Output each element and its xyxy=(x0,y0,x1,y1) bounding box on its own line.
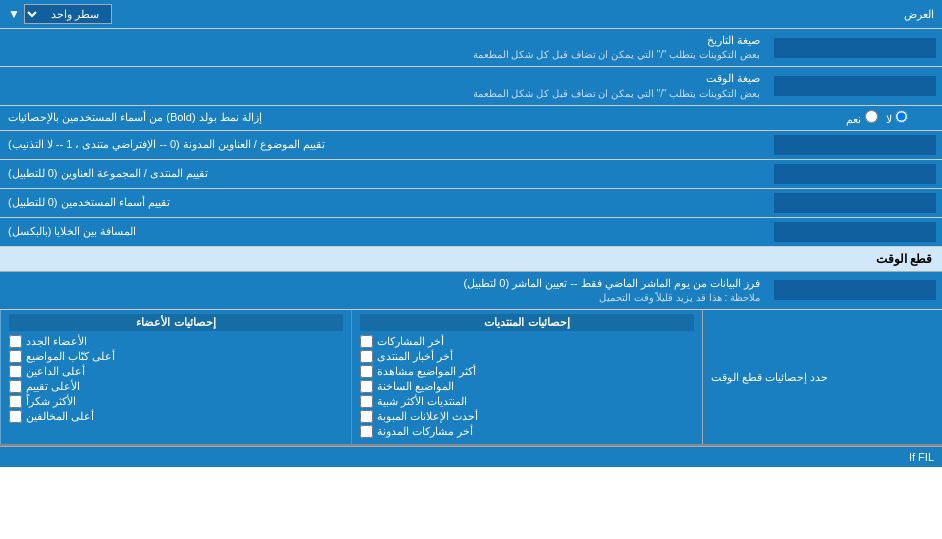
dropdown-arrow-icon: ▼ xyxy=(8,7,20,21)
bottom-note: If FIL xyxy=(0,446,942,467)
user-sort-input-cell: 0 xyxy=(768,189,942,217)
date-format-input-cell: d-m xyxy=(768,29,942,66)
check-item-most-similar: المنتديات الأكثر شبية xyxy=(360,395,694,408)
topic-sort-input[interactable]: 33 xyxy=(774,135,936,155)
cell-spacing-input[interactable]: 2 xyxy=(774,222,936,242)
checkbox-forum-news[interactable] xyxy=(360,350,373,363)
checkbox-top-violators[interactable] xyxy=(9,410,22,423)
bold-remove-label: إزالة نمط بولد (Bold) من أسماء المستخدمي… xyxy=(0,106,812,130)
time-format-input[interactable]: H:i xyxy=(774,76,936,96)
date-format-label: صيغة التاريخ بعض التكوينات يتطلب "/" الت… xyxy=(0,29,768,66)
check-item-shares: أخر المشاركات xyxy=(360,335,694,348)
checkbox-new-members[interactable] xyxy=(9,335,22,348)
forum-stats-header: إحصائيات المنتديات xyxy=(360,314,694,331)
radio-yes-label: نعم xyxy=(846,110,877,126)
checkbox-most-thanked[interactable] xyxy=(9,395,22,408)
check-item-top-inviters: أعلى الداعين xyxy=(9,365,343,378)
forum-sort-label: تقييم المنتدى / المجموعة العناوين (0 للت… xyxy=(0,160,768,188)
cell-spacing-row: 2 المسافة بين الخلايا (بالبكسل) xyxy=(0,218,942,247)
stats-limit-label: حدد إحصائيات قطع الوقت xyxy=(702,310,942,444)
time-format-input-cell: H:i xyxy=(768,67,942,104)
topic-sort-row: 33 تقييم الموضوع / العناوين المدونة (0 -… xyxy=(0,131,942,160)
checkbox-blog-posts[interactable] xyxy=(360,425,373,438)
radio-yes[interactable] xyxy=(865,110,878,123)
checkbox-columns: إحصائيات المنتديات أخر المشاركات أخر أخب… xyxy=(0,310,702,444)
check-item-top-violators: أعلى المخالفين xyxy=(9,410,343,423)
check-item-most-viewed: أكثر المواضيع مشاهدة xyxy=(360,365,694,378)
checkbox-top-posters[interactable] xyxy=(9,350,22,363)
check-item-top-rated: الأعلى تقييم xyxy=(9,380,343,393)
member-stats-col: إحصائيات الأعضاء الأعضاء الجدد أعلى كتّا… xyxy=(0,310,351,444)
checkbox-shares[interactable] xyxy=(360,335,373,348)
check-item-classifieds: أحدث الإعلانات المبوبة xyxy=(360,410,694,423)
topic-sort-input-cell: 33 xyxy=(768,131,942,159)
checkbox-most-viewed[interactable] xyxy=(360,365,373,378)
user-sort-label: تقييم أسماء المستخدمين (0 للتطبيل) xyxy=(0,189,768,217)
cutoff-label: فرز البيانات من يوم الماشر الماضي فقط --… xyxy=(0,272,768,309)
forum-sort-input[interactable]: 33 xyxy=(774,164,936,184)
checkboxes-section: حدد إحصائيات قطع الوقت إحصائيات المنتديا… xyxy=(0,310,942,446)
cutoff-section-header: قطع الوقت xyxy=(0,247,942,272)
checkbox-most-similar[interactable] xyxy=(360,395,373,408)
user-sort-row: 0 تقييم أسماء المستخدمين (0 للتطبيل) xyxy=(0,189,942,218)
top-row: العرض سطر واحدسطرانثلاثة أسطر ▼ xyxy=(0,0,942,29)
forum-sort-row: 33 تقييم المنتدى / المجموعة العناوين (0 … xyxy=(0,160,942,189)
check-item-top-posters: أعلى كتّاب المواضيع xyxy=(9,350,343,363)
cell-spacing-input-cell: 2 xyxy=(768,218,942,246)
checkbox-top-rated[interactable] xyxy=(9,380,22,393)
cutoff-row: 0 فرز البيانات من يوم الماشر الماضي فقط … xyxy=(0,272,942,310)
cell-spacing-label: المسافة بين الخلايا (بالبكسل) xyxy=(0,218,768,246)
bold-remove-row: لا نعم إزالة نمط بولد (Bold) من أسماء ال… xyxy=(0,106,942,131)
check-item-blog-posts: أخر مشاركات المدونة xyxy=(360,425,694,438)
check-item-new-members: الأعضاء الجدد xyxy=(9,335,343,348)
checkbox-hot-topics[interactable] xyxy=(360,380,373,393)
forum-sort-input-cell: 33 xyxy=(768,160,942,188)
checkbox-top-inviters[interactable] xyxy=(9,365,22,378)
forum-stats-col: إحصائيات المنتديات أخر المشاركات أخر أخب… xyxy=(351,310,702,444)
date-format-row: d-m صيغة التاريخ بعض التكوينات يتطلب "/"… xyxy=(0,29,942,67)
top-dropdown-container: سطر واحدسطرانثلاثة أسطر ▼ xyxy=(8,4,112,24)
time-format-label: صيغة الوقت بعض التكوينات يتطلب "/" التي … xyxy=(0,67,768,104)
member-stats-header: إحصائيات الأعضاء xyxy=(9,314,343,331)
checkbox-classifieds[interactable] xyxy=(360,410,373,423)
cutoff-input[interactable]: 0 xyxy=(774,280,936,300)
display-dropdown[interactable]: سطر واحدسطرانثلاثة أسطر xyxy=(24,4,112,24)
time-format-row: H:i صيغة الوقت بعض التكوينات يتطلب "/" ا… xyxy=(0,67,942,105)
user-sort-input[interactable]: 0 xyxy=(774,193,936,213)
topic-sort-label: تقييم الموضوع / العناوين المدونة (0 -- ا… xyxy=(0,131,768,159)
bold-radio-cell: لا نعم xyxy=(812,106,942,130)
radio-no-label: لا xyxy=(886,110,908,126)
check-item-forum-news: أخر أخبار المنتدى xyxy=(360,350,694,363)
top-label: العرض xyxy=(904,8,934,21)
check-item-hot-topics: المواضيع الساخنة xyxy=(360,380,694,393)
cutoff-input-cell: 0 xyxy=(768,272,942,309)
radio-no[interactable] xyxy=(895,110,908,123)
date-format-input[interactable]: d-m xyxy=(774,38,936,58)
check-item-most-thanked: الأكثر شكراً xyxy=(9,395,343,408)
